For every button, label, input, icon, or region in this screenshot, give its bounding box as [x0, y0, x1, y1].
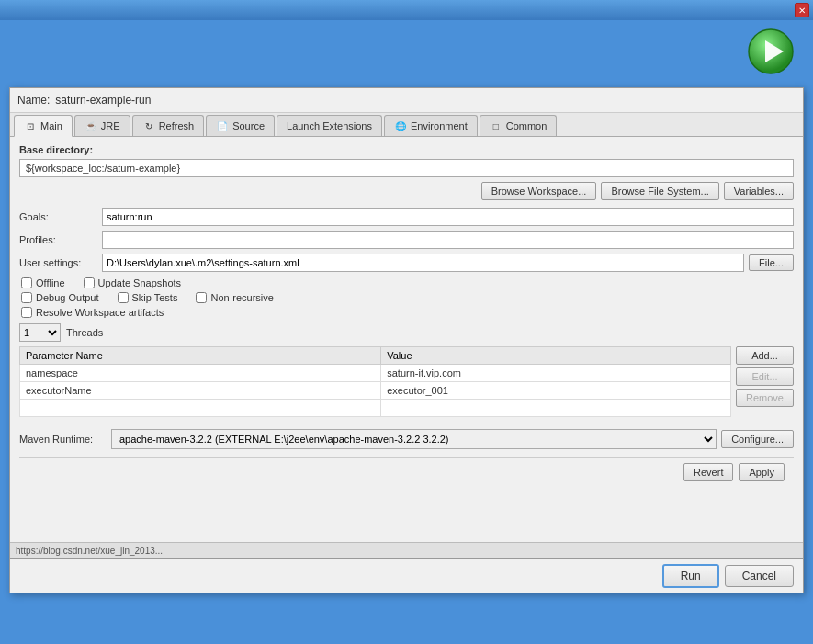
checkbox-row-1: Offline Update Snapshots [21, 277, 794, 288]
resolve-workspace-label: Resolve Workspace artifacts [36, 307, 164, 318]
goals-input[interactable] [102, 208, 794, 226]
param-value-cell [381, 400, 731, 417]
threads-row: 1 2 4 Threads [19, 323, 794, 342]
param-name-header: Parameter Name [20, 347, 381, 365]
tab-refresh-label: Refresh [159, 120, 195, 131]
tab-launch-label: Launch Extensions [287, 120, 372, 131]
skip-tests-label: Skip Tests [132, 292, 178, 303]
tab-common-label: Common [506, 120, 548, 131]
run-button[interactable]: Run [662, 564, 719, 588]
configure-button[interactable]: Configure... [721, 430, 794, 448]
checkboxes-section: Offline Update Snapshots Debug Output Sk… [19, 277, 794, 318]
params-area: Parameter Name Value namespace saturn-it… [19, 346, 794, 422]
non-recursive-label: Non-recursive [210, 292, 273, 303]
user-settings-input[interactable] [102, 254, 744, 272]
bottom-buttons: Revert Apply [19, 457, 794, 487]
user-settings-label: User settings: [19, 257, 102, 268]
run-icon[interactable] [747, 28, 795, 75]
tab-common[interactable]: □ Common [480, 115, 558, 136]
tabs-bar: ⊡ Main ☕ JRE ↻ Refresh 📄 Source Launch E… [10, 113, 803, 137]
checkbox-row-2: Debug Output Skip Tests Non-recursive [21, 292, 794, 303]
param-value-cell: saturn-it.vip.com [381, 365, 731, 382]
tab-main-label: Main [40, 120, 62, 131]
status-text: https://blog.csdn.net/xue_jin_2013... [16, 546, 163, 556]
param-name-cell: executorName [20, 382, 381, 400]
base-dir-value: ${workspace_loc:/saturn-example} [19, 159, 794, 177]
resolve-workspace-checkbox[interactable] [21, 307, 32, 318]
param-name-cell [20, 400, 381, 417]
name-value: saturn-example-run [55, 94, 151, 107]
tab-main[interactable]: ⊡ Main [14, 115, 73, 137]
name-label: Name: [17, 94, 50, 107]
source-icon: 📄 [216, 119, 229, 132]
update-snapshots-label: Update Snapshots [98, 277, 182, 288]
goals-row: Goals: [19, 208, 794, 226]
skip-tests-checkbox[interactable] [118, 292, 129, 303]
edit-button[interactable]: Edit... [736, 367, 794, 386]
name-row: Name: saturn-example-run [10, 88, 803, 113]
apply-button[interactable]: Apply [739, 463, 785, 481]
threads-select[interactable]: 1 2 4 [19, 323, 61, 342]
param-name-cell: namespace [20, 365, 381, 382]
checkbox-row-3: Resolve Workspace artifacts [21, 307, 794, 318]
param-value-header: Value [381, 347, 731, 365]
non-recursive-checkbox[interactable] [196, 292, 207, 303]
tab-launch-extensions[interactable]: Launch Extensions [277, 115, 382, 136]
jre-icon: ☕ [85, 119, 97, 132]
refresh-icon: ↻ [142, 119, 155, 132]
goals-label: Goals: [19, 211, 102, 222]
tab-source[interactable]: 📄 Source [206, 115, 275, 136]
status-bar: https://blog.csdn.net/xue_jin_2013... [10, 542, 803, 558]
profiles-input[interactable] [102, 231, 794, 249]
variables-button[interactable]: Variables... [724, 182, 794, 200]
maven-runtime-label: Maven Runtime: [19, 434, 111, 445]
remove-button[interactable]: Remove [736, 389, 794, 407]
debug-output-label: Debug Output [36, 292, 99, 303]
offline-checkbox[interactable] [21, 277, 32, 288]
tab-refresh[interactable]: ↻ Refresh [132, 115, 205, 136]
debug-output-item: Debug Output [21, 292, 99, 303]
browse-buttons: Browse Workspace... Browse File System..… [19, 182, 794, 200]
skip-tests-item: Skip Tests [118, 292, 178, 303]
profiles-label: Profiles: [19, 234, 102, 245]
close-button[interactable]: ✕ [795, 3, 809, 17]
revert-button[interactable]: Revert [683, 463, 733, 481]
non-recursive-item: Non-recursive [196, 292, 273, 303]
table-row[interactable] [20, 400, 731, 417]
run-cancel-bar: Run Cancel [10, 558, 803, 593]
tab-jre-label: JRE [101, 120, 120, 131]
maven-runtime-select[interactable]: apache-maven-3.2.2 (EXTERNAL E:\j2ee\env… [111, 429, 717, 449]
threads-label: Threads [66, 327, 103, 338]
params-table: Parameter Name Value namespace saturn-it… [19, 346, 731, 417]
tab-environment[interactable]: 🌐 Environment [384, 115, 478, 136]
update-snapshots-item: Update Snapshots [84, 277, 182, 288]
debug-output-checkbox[interactable] [21, 292, 32, 303]
cancel-button[interactable]: Cancel [725, 565, 794, 587]
tab-environment-label: Environment [411, 120, 468, 131]
offline-label: Offline [36, 277, 65, 288]
user-settings-row: User settings: File... [19, 254, 794, 272]
params-table-container: Parameter Name Value namespace saturn-it… [19, 346, 731, 422]
dialog: Name: saturn-example-run ⊡ Main ☕ JRE ↻ … [9, 87, 804, 593]
update-snapshots-checkbox[interactable] [84, 277, 95, 288]
table-row[interactable]: namespace saturn-it.vip.com [20, 365, 731, 382]
main-icon: ⊡ [24, 119, 37, 132]
common-icon: □ [490, 119, 502, 132]
run-button-container [747, 28, 795, 78]
browse-filesystem-button[interactable]: Browse File System... [601, 182, 718, 200]
file-button[interactable]: File... [749, 254, 794, 271]
tab-jre[interactable]: ☕ JRE [74, 115, 130, 136]
main-content: Base directory: ${workspace_loc:/saturn-… [10, 137, 803, 593]
param-value-cell: executor_001 [381, 382, 731, 400]
profiles-row: Profiles: [19, 231, 794, 249]
resolve-workspace-item: Resolve Workspace artifacts [21, 307, 164, 318]
title-bar: ✕ [0, 0, 813, 20]
browse-workspace-button[interactable]: Browse Workspace... [481, 182, 597, 200]
maven-runtime-row: Maven Runtime: apache-maven-3.2.2 (EXTER… [19, 429, 794, 449]
table-row[interactable]: executorName executor_001 [20, 382, 731, 400]
tab-source-label: Source [232, 120, 265, 131]
base-dir-label: Base directory: [19, 144, 794, 155]
environment-icon: 🌐 [394, 119, 407, 132]
add-button[interactable]: Add... [736, 346, 794, 365]
params-side-buttons: Add... Edit... Remove [736, 346, 794, 422]
